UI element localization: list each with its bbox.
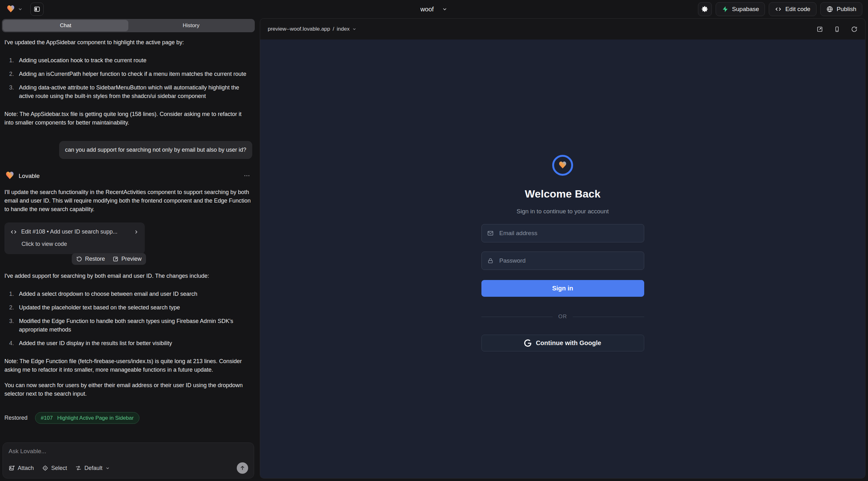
panel-left-icon bbox=[33, 6, 40, 13]
project-name: woof bbox=[421, 6, 434, 13]
arrow-up-icon bbox=[240, 465, 245, 471]
list-item: 1. Adding useLocation hook to track the … bbox=[4, 56, 252, 65]
restore-icon bbox=[76, 256, 82, 262]
list-item: 1. Added a select dropdown to choose bet… bbox=[4, 290, 252, 298]
page-title: Welcome Back bbox=[525, 188, 600, 200]
preview-button[interactable]: Preview bbox=[113, 256, 142, 262]
globe-icon bbox=[826, 6, 833, 13]
restore-button[interactable]: Restore bbox=[76, 256, 105, 262]
chat-panel: Chat History I've updated the AppSidebar… bbox=[0, 18, 257, 481]
lovable-heart-icon bbox=[4, 170, 15, 181]
code-icon bbox=[10, 228, 17, 235]
chevron-down-icon bbox=[352, 27, 356, 31]
assistant-name: Lovable bbox=[19, 171, 40, 180]
google-sign-in-button[interactable]: Continue with Google bbox=[482, 335, 644, 351]
assistant-paragraph: You can now search for users by either t… bbox=[4, 381, 252, 398]
or-divider: OR bbox=[482, 314, 644, 320]
restored-row: Restored #107 Highlight Active Page in S… bbox=[4, 412, 252, 424]
google-icon bbox=[524, 340, 531, 347]
lovable-heart-icon bbox=[6, 4, 16, 14]
supabase-label: Supabase bbox=[732, 6, 759, 13]
attach-image-icon bbox=[8, 465, 15, 471]
password-field[interactable] bbox=[482, 252, 644, 270]
mode-selector[interactable]: Default bbox=[75, 465, 110, 472]
tab-history[interactable]: History bbox=[128, 20, 254, 31]
chevron-down-icon bbox=[18, 7, 23, 12]
list-item: 3. Modified the Edge Function to handle … bbox=[4, 317, 252, 334]
preview-page: index bbox=[337, 26, 350, 32]
lock-icon bbox=[487, 258, 494, 264]
tab-chat[interactable]: Chat bbox=[3, 20, 128, 31]
edit-card-title: Edit #108 • Add user ID search supp... bbox=[21, 228, 117, 236]
heart-icon bbox=[558, 160, 568, 170]
page-subtitle: Sign in to continue to your account bbox=[517, 208, 609, 215]
publish-button[interactable]: Publish bbox=[820, 2, 862, 16]
edit-code-button[interactable]: Edit code bbox=[769, 2, 816, 16]
top-bar: woof Supabase Edit code bbox=[0, 0, 868, 18]
assistant-list: 1. Added a select dropdown to choose bet… bbox=[4, 290, 252, 348]
settings-button[interactable] bbox=[698, 2, 712, 16]
assistant-paragraph: I've added support for searching by both… bbox=[4, 272, 252, 280]
preview-url-selector[interactable]: preview--woof.lovable.app / index bbox=[268, 26, 356, 32]
mobile-view-icon[interactable] bbox=[834, 26, 840, 33]
sign-in-button[interactable]: Sign in bbox=[482, 280, 644, 297]
assistant-note: Note: The AppSidebar.tsx file is getting… bbox=[4, 110, 252, 127]
gear-icon bbox=[701, 5, 709, 13]
user-message-bubble: can you add support for searching not on… bbox=[59, 141, 252, 159]
refresh-icon[interactable] bbox=[851, 26, 858, 33]
signin-card: Welcome Back Sign in to continue to your… bbox=[482, 155, 644, 351]
envelope-icon bbox=[487, 230, 494, 237]
chevron-down-icon bbox=[105, 466, 110, 471]
assistant-message-header: Lovable bbox=[4, 170, 252, 181]
sliders-icon bbox=[75, 465, 82, 471]
app-logo bbox=[552, 155, 573, 176]
list-item: 4. Added the user ID display in the resu… bbox=[4, 339, 252, 348]
app-preview: Welcome Back Sign in to continue to your… bbox=[260, 39, 865, 478]
chat-history-tabs: Chat History bbox=[2, 19, 255, 32]
edit-card-actions: Restore Preview bbox=[72, 253, 146, 265]
chevron-down-icon bbox=[442, 6, 447, 12]
preview-panel: preview--woof.lovable.app / index bbox=[260, 18, 865, 478]
chevron-right-icon bbox=[133, 229, 139, 235]
preview-url: preview--woof.lovable.app bbox=[268, 26, 330, 32]
list-item: 2. Adding an isCurrentPath helper functi… bbox=[4, 70, 252, 78]
external-link-icon bbox=[113, 256, 119, 262]
edit-code-card[interactable]: Edit #108 • Add user ID search supp... C… bbox=[4, 223, 145, 254]
list-item: 3. Adding data-active attribute to Sideb… bbox=[4, 84, 252, 100]
assistant-paragraph: I'll update the search functionality in … bbox=[4, 188, 252, 214]
supabase-button[interactable]: Supabase bbox=[716, 2, 765, 16]
list-item: 2. Updated the placeholder text based on… bbox=[4, 303, 252, 312]
attach-button[interactable]: Attach bbox=[8, 465, 34, 472]
supabase-icon bbox=[722, 6, 728, 13]
preview-toolbar: preview--woof.lovable.app / index bbox=[260, 19, 865, 39]
publish-label: Publish bbox=[837, 6, 856, 13]
ellipsis-menu-icon[interactable] bbox=[243, 172, 250, 179]
toggle-sidebar-button[interactable] bbox=[30, 3, 43, 16]
restored-version-badge[interactable]: #107 Highlight Active Page in Sidebar bbox=[35, 412, 140, 424]
edit-code-label: Edit code bbox=[785, 6, 810, 13]
select-button[interactable]: Select bbox=[42, 465, 67, 472]
select-target-icon bbox=[42, 465, 49, 471]
restored-label: Restored bbox=[4, 414, 28, 422]
lovable-logo-menu[interactable] bbox=[6, 4, 23, 14]
code-icon bbox=[775, 6, 782, 13]
email-field[interactable] bbox=[482, 224, 644, 243]
email-field-wrap bbox=[482, 224, 644, 243]
password-field-wrap bbox=[482, 252, 644, 270]
assistant-list: 1. Adding useLocation hook to track the … bbox=[4, 56, 252, 100]
composer: Attach Select Default bbox=[3, 443, 254, 478]
chat-input[interactable] bbox=[8, 448, 248, 462]
chat-messages[interactable]: I've updated the AppSidebar component to… bbox=[0, 32, 257, 439]
edit-card-subtitle: Click to view code bbox=[22, 240, 139, 248]
assistant-paragraph: I've updated the AppSidebar component to… bbox=[4, 38, 252, 47]
open-in-new-window-icon[interactable] bbox=[816, 26, 823, 33]
send-button[interactable] bbox=[237, 462, 248, 474]
assistant-note: Note: The Edge Function file (fetch-fire… bbox=[4, 357, 252, 374]
project-switcher[interactable]: woof bbox=[421, 0, 447, 18]
